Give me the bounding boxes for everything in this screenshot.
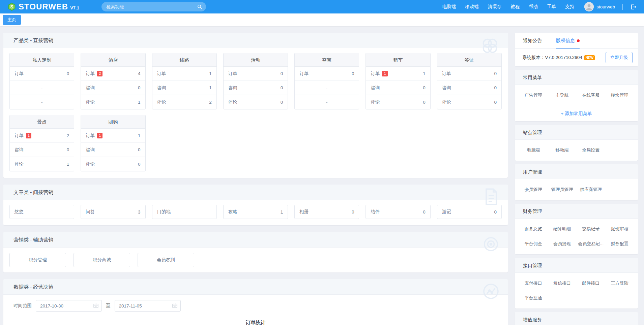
- date-from-input[interactable]: [36, 300, 102, 312]
- card-row-orders[interactable]: 订单0: [437, 67, 501, 81]
- nav-link-tutorial[interactable]: 教程: [510, 4, 520, 10]
- section-title-site-manage: 站点管理: [515, 125, 638, 140]
- menu-item-pc-site[interactable]: 电脑端: [519, 147, 548, 153]
- panel-marketing-title: 营销类 - 辅助营销: [3, 232, 508, 248]
- nav-link-mobile[interactable]: 移动端: [465, 4, 479, 10]
- card-row-orders[interactable]: 订单0: [224, 67, 288, 81]
- card-row-comments[interactable]: 评论0: [437, 95, 501, 109]
- menu-item-thirdparty-login[interactable]: 三方登陆: [605, 280, 634, 286]
- card-row-comments[interactable]: 评论1: [81, 95, 145, 109]
- common-menu-card: 常用菜单 广告管理 主导航 在线客服 模块管理 + 添加常用菜单: [515, 70, 638, 121]
- product-card-visa: 签证 订单0 咨询0 评论0: [437, 53, 502, 109]
- nav-link-pc[interactable]: 电脑端: [442, 4, 456, 10]
- search-icon[interactable]: [197, 4, 202, 9]
- article-item-destination[interactable]: 目的地: [152, 205, 217, 219]
- date-to-input[interactable]: [115, 300, 181, 312]
- menu-item-platform-commission[interactable]: 平台佣金: [519, 241, 548, 247]
- navbar-divider: [622, 4, 623, 10]
- calendar-icon[interactable]: [172, 303, 178, 308]
- menu-item-mobile-site[interactable]: 移动端: [548, 147, 576, 153]
- order-badge: 1: [26, 133, 31, 138]
- points-mall-button[interactable]: 积分商城: [74, 253, 130, 267]
- card-row-comments[interactable]: 评论2: [152, 95, 216, 109]
- add-common-menu-button[interactable]: + 添加常用菜单: [515, 106, 638, 121]
- card-row-inquiries[interactable]: 咨询0: [366, 81, 430, 95]
- card-row-orders[interactable]: 订单0: [10, 67, 74, 81]
- search-input[interactable]: [101, 2, 206, 11]
- calendar-icon[interactable]: [93, 303, 99, 308]
- card-row-comments[interactable]: 评论0: [224, 95, 288, 109]
- menu-item-main-nav[interactable]: 主导航: [548, 92, 576, 98]
- card-row-inquiries[interactable]: 咨询1: [152, 81, 216, 95]
- article-item-qa[interactable]: 问答3: [81, 205, 145, 219]
- card-title[interactable]: 活动: [224, 53, 288, 67]
- card-row-inquiries[interactable]: 咨询0: [437, 81, 501, 95]
- article-item-companion[interactable]: 结伴0: [365, 205, 430, 219]
- card-title[interactable]: 私人定制: [10, 53, 74, 67]
- menu-item-member-manage[interactable]: 会员管理: [519, 187, 548, 193]
- upgrade-button[interactable]: 立即升级: [606, 52, 633, 63]
- tab-copyright[interactable]: 版权信息: [556, 33, 580, 48]
- menu-item-global-settings[interactable]: 全局设置: [577, 147, 605, 153]
- menu-item-sms-interface[interactable]: 短信接口: [548, 280, 576, 286]
- card-row-comments[interactable]: 评论0: [366, 95, 430, 109]
- common-menu-items: 广告管理 主导航 在线客服 模块管理: [515, 85, 638, 106]
- card-title[interactable]: 酒店: [81, 53, 145, 67]
- menu-item-platform-interconnect[interactable]: 平台互通: [519, 295, 548, 301]
- tab-notices[interactable]: 通知公告: [523, 33, 542, 48]
- card-row-inquiries[interactable]: 咨询0: [81, 143, 145, 157]
- nav-link-clear-cache[interactable]: 清缓存: [488, 4, 502, 10]
- notice-tabs: 通知公告 版权信息: [515, 33, 638, 49]
- card-row-inquiries[interactable]: 咨询0: [81, 81, 145, 95]
- card-title[interactable]: 签证: [437, 53, 501, 67]
- card-row-orders[interactable]: 订单0: [295, 67, 359, 81]
- article-item-guide[interactable]: 攻略1: [223, 205, 288, 219]
- card-row-comments[interactable]: 评论0: [81, 157, 145, 171]
- menu-item-finance-overview[interactable]: 财务总览: [519, 226, 548, 232]
- menu-item-settlement-detail[interactable]: 结算明细: [548, 226, 576, 232]
- card-title[interactable]: 线路: [152, 53, 216, 67]
- menu-item-member-withdraw[interactable]: 会员提现: [548, 241, 576, 247]
- card-row-orders[interactable]: 订单1: [152, 67, 216, 81]
- nav-link-ticket[interactable]: 工单: [547, 4, 556, 10]
- card-row-comments[interactable]: 评论1: [10, 157, 74, 171]
- card-row-inquiries[interactable]: 咨询0: [10, 143, 74, 157]
- article-item-youyou[interactable]: 悠悠: [9, 205, 74, 219]
- card-title[interactable]: 租车: [366, 53, 430, 67]
- menu-item-member-transactions[interactable]: 会员交易记...: [577, 241, 605, 247]
- sidebar: 通知公告 版权信息 系统版本：V7.0.201710.2604 NEW 立即升级…: [515, 33, 638, 325]
- menu-item-finance-config[interactable]: 财务配置: [605, 241, 634, 247]
- card-row-empty: -: [295, 81, 359, 95]
- tab-home[interactable]: 主页: [3, 15, 21, 25]
- menu-item-admin-manage[interactable]: 管理员管理: [548, 187, 576, 193]
- points-manage-button[interactable]: 积分管理: [9, 253, 66, 267]
- article-item-album[interactable]: 相册0: [294, 205, 359, 219]
- nav-link-help[interactable]: 帮助: [529, 4, 538, 10]
- menu-item-ad-manage[interactable]: 广告管理: [519, 92, 548, 98]
- card-row-inquiries[interactable]: 咨询0: [224, 81, 288, 95]
- member-signin-button[interactable]: 会员签到: [138, 253, 194, 267]
- card-row-orders[interactable]: 订单24: [81, 67, 145, 81]
- menu-item-module-manage[interactable]: 模块管理: [605, 92, 634, 98]
- card-row-orders[interactable]: 订单12: [10, 129, 74, 143]
- menu-item-email-interface[interactable]: 邮件接口: [577, 280, 605, 286]
- card-row-orders[interactable]: 订单11: [81, 129, 145, 143]
- article-item-travelnotes[interactable]: 游记0: [437, 205, 502, 219]
- card-row-orders[interactable]: 订单11: [366, 67, 430, 81]
- menu-item-supplier-manage[interactable]: 供应商管理: [577, 187, 605, 193]
- card-title[interactable]: 团购: [81, 115, 145, 129]
- user-menu[interactable]: stourweb: [584, 2, 615, 11]
- marketing-buttons: 积分管理 积分商城 会员签到: [3, 248, 508, 272]
- menu-item-online-service[interactable]: 在线客服: [577, 92, 605, 98]
- card-title[interactable]: 景点: [10, 115, 74, 129]
- menu-item-payment-interface[interactable]: 支付接口: [519, 280, 548, 286]
- nav-link-support[interactable]: 支持: [565, 4, 574, 10]
- product-card-hotel: 酒店 订单24 咨询0 评论1: [81, 53, 145, 109]
- site-manage-items: 电脑端 移动端 全局设置: [515, 140, 638, 161]
- menu-item-withdraw-review[interactable]: 提现审核: [605, 226, 634, 232]
- card-title[interactable]: 夺宝: [295, 53, 359, 67]
- logout-icon[interactable]: [630, 4, 637, 10]
- app-logo[interactable]: S STOURWEB V7.1: [7, 2, 79, 11]
- date-to-label: 至: [106, 303, 111, 309]
- menu-item-transaction-record[interactable]: 交易记录: [577, 226, 605, 232]
